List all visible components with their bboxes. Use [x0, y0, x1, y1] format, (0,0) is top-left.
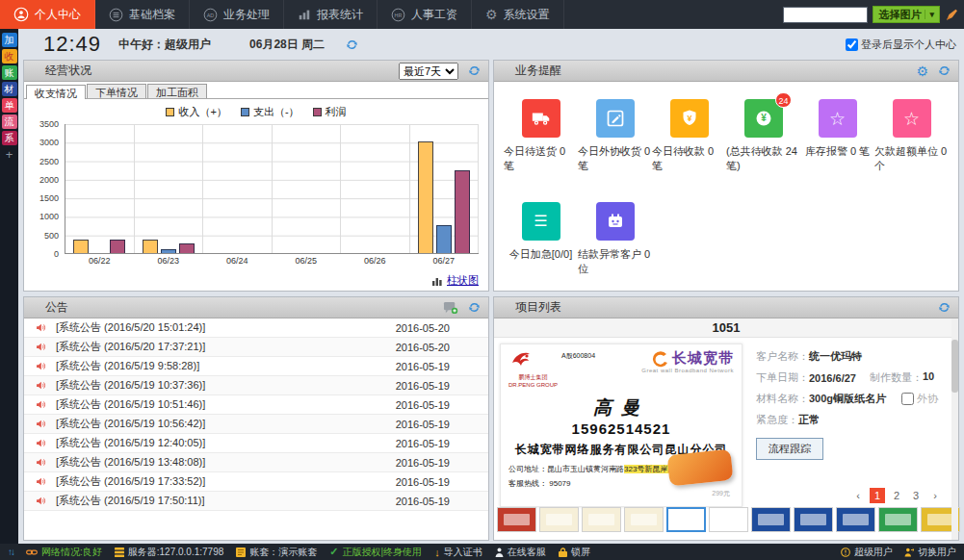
- reminder-item[interactable]: ☰ 今日加急[0/0]: [504, 202, 578, 276]
- reminder-item[interactable]: 今日外协收货 0 笔: [578, 99, 652, 173]
- sidebar-item-收[interactable]: 收: [2, 49, 17, 64]
- download-icon: ↓: [434, 547, 440, 558]
- y-tick-label: 1500: [39, 193, 59, 203]
- announcement-text: [系统公告 (2016/5/19 10:56:42)]: [56, 417, 205, 431]
- chart-category-group: 06/22: [65, 124, 135, 253]
- page-1[interactable]: 1: [870, 488, 885, 503]
- reminder-label: 今日加急[0/0]: [509, 247, 572, 262]
- announcement-row[interactable]: [系统公告 (2016/5/19 12:40:05)] 2016-05-19: [24, 434, 488, 453]
- card-thumbnail-3[interactable]: [582, 507, 621, 532]
- clock: 12:49: [43, 32, 101, 57]
- nav-item-系统设置[interactable]: ⚙系统设置: [472, 0, 564, 29]
- image-search-input[interactable]: [783, 7, 868, 23]
- top-navbar: 个人中心基础档案AD业务处理报表统计HR人事工资⚙系统设置 选择图片 ▾: [0, 0, 964, 29]
- card-thumbnail-1[interactable]: [497, 507, 536, 532]
- nav-item-报表统计[interactable]: 报表统计: [284, 0, 378, 29]
- refresh-icon[interactable]: [938, 64, 951, 77]
- chart-type-link[interactable]: 柱状图: [447, 273, 479, 288]
- sidebar-add-button[interactable]: +: [2, 147, 17, 162]
- card-thumbnail-2[interactable]: [539, 507, 579, 532]
- show-personal-checkbox[interactable]: [846, 38, 858, 51]
- hr-circle-icon: HR: [391, 8, 405, 22]
- card-thumbnail-6[interactable]: [709, 507, 748, 532]
- projects-scrollbar[interactable]: [951, 318, 958, 540]
- sidebar-item-账[interactable]: 账: [2, 65, 17, 80]
- legend-item: 利润: [313, 105, 347, 119]
- status-锁屏[interactable]: 锁屏: [559, 546, 590, 559]
- sidebar-item-单[interactable]: 单: [2, 98, 17, 113]
- card-thumbnail-9[interactable]: [836, 507, 875, 532]
- card-thumbnail-10[interactable]: [878, 507, 918, 532]
- track-process-button[interactable]: 流程跟踪: [756, 438, 823, 460]
- business-status-title: 经营状况: [45, 63, 91, 79]
- announcement-row[interactable]: [系统公告 (2016/5/20 15:01:24)] 2016-05-20: [24, 318, 488, 338]
- refresh-icon[interactable]: [938, 301, 951, 314]
- page-3[interactable]: 3: [908, 488, 924, 503]
- announcement-row[interactable]: [系统公告 (2016/5/19 10:37:36)] 2016-05-19: [24, 376, 488, 395]
- announcement-row[interactable]: [系统公告 (2016/5/20 17:37:21)] 2016-05-20: [24, 338, 488, 357]
- status-导入证书[interactable]: ↓导入证书: [434, 546, 482, 559]
- refresh-icon[interactable]: [346, 38, 358, 51]
- x-tick-label: 06/26: [341, 256, 409, 266]
- page-next[interactable]: ›: [927, 488, 943, 503]
- reminder-item[interactable]: ¥ 24 (总共待收款 24 笔): [726, 99, 800, 173]
- gear-icon[interactable]: ⚙: [916, 64, 928, 78]
- svg-text:AD: AD: [207, 12, 215, 17]
- refresh-icon[interactable]: [468, 301, 481, 314]
- announcement-row[interactable]: [系统公告 (2016/5/19 9:58:28)] 2016-05-19: [24, 357, 488, 376]
- bars-icon: [298, 8, 311, 21]
- speaker-icon: [36, 457, 46, 468]
- horn-icon[interactable]: [945, 8, 959, 22]
- nav-item-个人中心[interactable]: 个人中心: [0, 0, 95, 29]
- menu-icon: ☰: [534, 214, 547, 229]
- outsource-checkbox[interactable]: [901, 393, 914, 405]
- card-thumbnail-7[interactable]: [751, 507, 791, 532]
- sidebar-item-系[interactable]: 系: [2, 131, 17, 145]
- tab-下单情况[interactable]: 下单情况: [87, 84, 146, 98]
- range-select[interactable]: 最近7天: [399, 63, 458, 80]
- speaker-icon: [36, 322, 46, 333]
- y-tick-label: 500: [44, 231, 59, 241]
- reminder-item[interactable]: 结款异常客户 0 位: [578, 202, 652, 276]
- card-thumbnail-8[interactable]: [794, 507, 833, 532]
- page-prev[interactable]: ‹: [850, 488, 866, 503]
- y-tick-label: 3000: [39, 138, 59, 147]
- sidebar-item-材[interactable]: 材: [2, 82, 17, 96]
- sidebar-item-加[interactable]: 加: [2, 33, 17, 47]
- announcement-row[interactable]: [系统公告 (2016/5/19 17:33:52)] 2016-05-19: [24, 472, 488, 492]
- announcement-row[interactable]: [系统公告 (2016/5/19 10:56:42)] 2016-05-19: [24, 415, 488, 434]
- reminder-item[interactable]: ☆ 库存报警 0 笔: [800, 99, 874, 173]
- thumbnail-strip: [497, 507, 949, 536]
- nav-item-基础档案[interactable]: 基础档案: [95, 0, 190, 29]
- chart: 0500100015002000250030003500 06/2206/230…: [32, 124, 479, 268]
- speaker-icon: [36, 342, 46, 352]
- bar-利润: [110, 240, 125, 253]
- card-thumbnail-4[interactable]: [624, 507, 664, 532]
- announcement-row[interactable]: [系统公告 (2016/5/19 17:50:11)] 2016-05-19: [24, 492, 488, 511]
- pick-image-button[interactable]: 选择图片 ▾: [873, 6, 940, 23]
- add-announcement-icon[interactable]: [443, 300, 458, 315]
- business-card-preview[interactable]: 鹏博士集团 DR.PENG GROUP A股600804 长城宽带 Great …: [500, 344, 743, 507]
- status-切换用户[interactable]: 切换用户: [904, 546, 956, 559]
- y-tick-label: 2500: [39, 157, 59, 166]
- nav-item-业务处理[interactable]: AD业务处理: [190, 0, 284, 29]
- announcement-row[interactable]: [系统公告 (2016/5/19 10:51:46)] 2016-05-19: [24, 395, 488, 415]
- tab-收支情况[interactable]: 收支情况: [26, 85, 86, 99]
- status-超级用户[interactable]: 超级用户: [841, 546, 893, 559]
- tab-加工面积[interactable]: 加工面积: [147, 84, 207, 98]
- reminder-item[interactable]: 今日待送货 0 笔: [504, 99, 578, 173]
- sidebar-item-流[interactable]: 流: [2, 115, 17, 129]
- reminder-item[interactable]: ☆ 欠款超额单位 0 个: [874, 99, 949, 173]
- legend-item: 支出（-）: [241, 105, 300, 119]
- nav-item-人事工资[interactable]: HR人事工资: [378, 0, 472, 29]
- announcement-row[interactable]: [系统公告 (2016/5/19 13:48:08)] 2016-05-19: [24, 453, 488, 472]
- announcement-date: 2016-05-19: [396, 361, 450, 372]
- status-在线客服[interactable]: 在线客服: [495, 546, 546, 559]
- current-date: 06月28日 周二: [249, 37, 325, 53]
- reminder-item[interactable]: ¥ 今日待收款 0 笔: [652, 99, 726, 173]
- page-2[interactable]: 2: [889, 488, 904, 503]
- card-thumbnail-5[interactable]: [666, 507, 706, 532]
- refresh-icon[interactable]: [468, 64, 481, 77]
- list-circle-icon: [109, 8, 123, 22]
- updown-icon[interactable]: ↑↓: [8, 547, 13, 557]
